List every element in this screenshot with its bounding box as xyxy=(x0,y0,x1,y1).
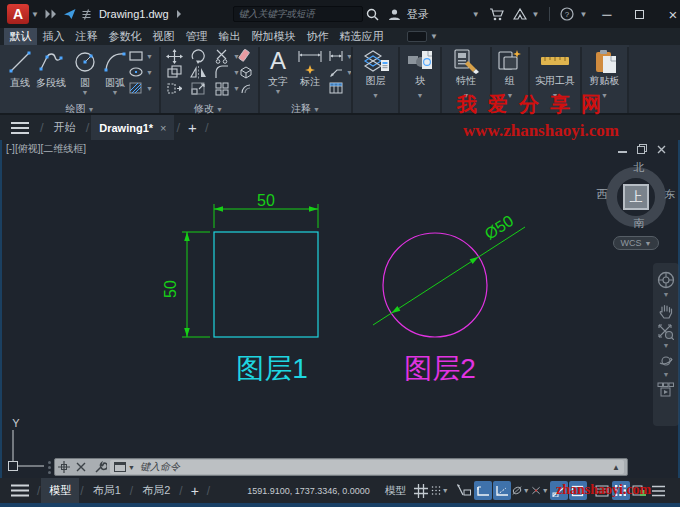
osnap-tracking-caret-icon[interactable]: ▼ xyxy=(542,487,549,494)
fillet-button[interactable]: ▼ xyxy=(214,64,240,80)
drawing-area[interactable]: [-][俯视][二维线框] www.zhanshaoyi.com 北 南 西 东… xyxy=(0,140,680,478)
share-icon[interactable] xyxy=(64,9,76,20)
polyline-button[interactable]: 多段线 xyxy=(36,47,66,90)
grid-display-toggle[interactable] xyxy=(412,481,430,500)
expand-icon[interactable] xyxy=(176,10,182,18)
linear-dim-button[interactable]: ▼ xyxy=(328,48,353,64)
snap-mode-toggle[interactable]: ▼ xyxy=(431,481,449,500)
hatch-caret-icon[interactable]: ▼ xyxy=(146,85,153,92)
sign-in-button[interactable]: 登录 xyxy=(407,7,429,22)
ribbon-tab-addins[interactable]: 附加模块 xyxy=(246,28,301,45)
command-expand-icon[interactable]: ▲ xyxy=(612,463,620,472)
arc-flyout-caret-icon[interactable]: ▼ xyxy=(100,90,130,95)
table-button[interactable] xyxy=(328,80,353,96)
help-caret-icon[interactable]: ▼ xyxy=(579,10,587,19)
help-icon[interactable]: ? xyxy=(560,7,574,21)
dimension-button[interactable]: 标注 xyxy=(295,47,325,89)
ortho-mode-toggle[interactable] xyxy=(474,481,492,500)
annotate-panel-label[interactable]: 注释▼ xyxy=(260,102,351,114)
draw-panel-label[interactable]: 绘图▼ xyxy=(30,102,130,114)
command-crosshair-icon[interactable] xyxy=(58,461,70,473)
mirror-button[interactable] xyxy=(190,64,207,80)
app-menu-caret-icon[interactable]: ▼ xyxy=(31,10,39,19)
ribbon-tab-manage[interactable]: 管理 xyxy=(180,28,213,45)
autodesk-caret-icon[interactable]: ▼ xyxy=(532,10,540,19)
ellipse-button[interactable]: ▼ xyxy=(128,64,153,80)
cad-square[interactable] xyxy=(214,232,318,337)
ribbon-display-caret-icon[interactable]: ▼ xyxy=(430,32,438,41)
ribbon-tab-parametric[interactable]: 参数化 xyxy=(103,28,147,45)
command-input[interactable]: ▼ 键入命令 ▲ xyxy=(110,460,624,474)
circle-button[interactable]: 圆 ▼ xyxy=(70,47,100,95)
search-icon[interactable] xyxy=(366,8,379,21)
ribbon-tab-insert[interactable]: 插入 xyxy=(37,28,70,45)
tab-close-icon[interactable]: × xyxy=(160,122,166,134)
move-button[interactable] xyxy=(166,48,183,64)
ribbon-tab-home[interactable]: 默认 xyxy=(4,28,37,45)
app-menu-button[interactable]: A xyxy=(7,4,29,24)
minimize-button[interactable]: ─ xyxy=(590,0,623,28)
cad-dim-vertical[interactable] xyxy=(182,232,210,337)
file-tab-start[interactable]: 开始 xyxy=(46,115,84,140)
command-window-icon[interactable] xyxy=(114,462,126,472)
block-panel-button[interactable]: 块 ▼ xyxy=(400,45,440,99)
close-button[interactable]: × xyxy=(656,0,680,28)
compare-icon[interactable] xyxy=(82,9,91,20)
new-layout-button[interactable]: + xyxy=(191,483,199,499)
ribbon-tab-annotate[interactable]: 注释 xyxy=(70,28,103,45)
stretch-button[interactable] xyxy=(166,80,183,96)
model-layout-menu-icon[interactable] xyxy=(10,484,30,497)
leader-button[interactable]: ▼ xyxy=(328,64,353,80)
file-tab-drawing1[interactable]: Drawing1*× xyxy=(91,115,174,140)
line-button[interactable]: 直线 xyxy=(5,47,35,90)
arc-button[interactable]: 圆弧 ▼ xyxy=(100,47,130,95)
rectangle-caret-icon[interactable]: ▼ xyxy=(146,53,153,60)
polar-tracking-toggle[interactable] xyxy=(493,481,511,500)
command-wrench-icon[interactable] xyxy=(94,461,107,474)
model-space-toggle[interactable]: 模型 xyxy=(385,484,406,498)
command-recent-caret-icon[interactable]: ▼ xyxy=(128,464,135,471)
maximize-button[interactable] xyxy=(623,0,656,28)
quick-access-toolbar-icon[interactable] xyxy=(45,9,58,19)
command-close-icon[interactable] xyxy=(76,462,86,472)
erase-button[interactable] xyxy=(238,48,254,64)
layers-panel-button[interactable]: 图层 ▼ xyxy=(353,45,398,99)
store-cart-icon[interactable] xyxy=(489,8,504,21)
text-button[interactable]: A 文字 ▼ xyxy=(263,47,293,94)
search-input[interactable]: 键入关键字或短语 xyxy=(233,6,363,22)
ribbon-tab-featured[interactable]: 精选应用 xyxy=(334,28,389,45)
cad-drawing[interactable]: 50 50 Ø50 图层1 图层2 Y xyxy=(0,140,680,478)
file-tabs-menu-icon[interactable] xyxy=(10,121,30,135)
snap-caret-icon[interactable]: ▼ xyxy=(442,487,449,494)
layout1-tab[interactable]: 布局1 xyxy=(85,478,129,503)
osnap-tracking-toggle[interactable]: ▼ xyxy=(531,481,549,500)
isodraft-toggle[interactable]: ▼ xyxy=(512,481,530,500)
new-tab-button[interactable]: + xyxy=(188,119,197,136)
copy-button[interactable] xyxy=(166,64,183,80)
text-caret-icon[interactable]: ▼ xyxy=(263,89,293,94)
rectangle-button[interactable]: ▼ xyxy=(128,48,153,64)
scale-button[interactable] xyxy=(190,80,207,96)
ribbon-tab-view[interactable]: 视图 xyxy=(147,28,180,45)
ribbon-tab-collaborate[interactable]: 协作 xyxy=(301,28,334,45)
ribbon-tab-output[interactable]: 输出 xyxy=(213,28,246,45)
command-line[interactable]: ▼ 键入命令 ▲ xyxy=(48,458,628,476)
command-grip[interactable] xyxy=(48,461,51,474)
trim-button[interactable]: ▼ xyxy=(214,48,240,64)
autodesk-icon[interactable] xyxy=(513,8,527,20)
dynamic-input-toggle[interactable] xyxy=(455,481,473,500)
customization-button[interactable] xyxy=(650,481,668,500)
ellipse-caret-icon[interactable]: ▼ xyxy=(146,69,153,76)
explode-button[interactable] xyxy=(238,64,254,80)
ribbon-display-button[interactable] xyxy=(407,31,427,42)
offset-button[interactable] xyxy=(238,80,254,96)
modify-panel-label[interactable]: 修改▼ xyxy=(160,102,257,114)
array-button[interactable]: ▼ xyxy=(214,80,240,96)
circle-flyout-caret-icon[interactable]: ▼ xyxy=(70,90,100,95)
isodraft-caret-icon[interactable]: ▼ xyxy=(523,487,530,494)
layout2-tab[interactable]: 布局2 xyxy=(134,478,178,503)
hatch-button[interactable]: ▼ xyxy=(128,80,153,96)
model-tab[interactable]: 模型 xyxy=(41,478,79,503)
user-icon[interactable] xyxy=(388,8,401,21)
sign-in-caret-icon[interactable]: ▼ xyxy=(472,10,480,19)
